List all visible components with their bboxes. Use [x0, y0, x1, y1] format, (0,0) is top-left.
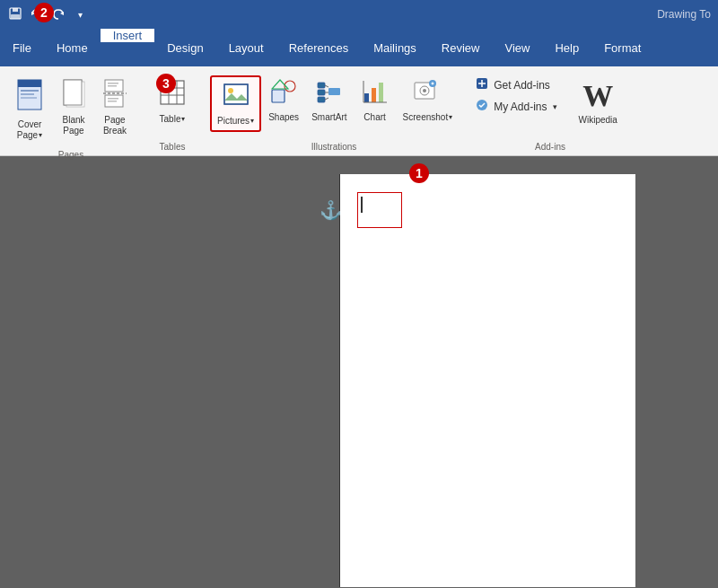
svg-rect-2: [11, 14, 20, 19]
menu-help[interactable]: Help: [542, 29, 591, 66]
screenshot-button[interactable]: Screenshot▾: [398, 75, 459, 127]
document-page: ⚓: [339, 174, 635, 587]
step1-badge: 1: [409, 163, 429, 183]
svg-rect-27: [224, 84, 248, 104]
pages-group-label: Pages: [0, 148, 142, 163]
page-break-label2: Break: [103, 126, 127, 136]
svg-rect-39: [364, 93, 369, 102]
menu-insert[interactable]: Insert: [101, 29, 155, 42]
tables-group: 3 Table▾ Tables: [142, 70, 203, 155]
vertical-line: [339, 174, 340, 587]
svg-rect-33: [318, 90, 325, 95]
text-cursor: [361, 197, 363, 213]
svg-rect-32: [318, 83, 325, 88]
anchor-icon: ⚓: [320, 199, 342, 221]
svg-line-35: [325, 85, 328, 87]
get-addins-icon: [476, 77, 488, 92]
cover-page-icon: [16, 79, 43, 116]
blank-page-icon: [62, 79, 85, 112]
my-addins-button[interactable]: My Add-ins ▾: [472, 97, 560, 116]
illustrations-group-label: Illustrations: [203, 140, 465, 155]
my-addins-icon: [476, 99, 488, 114]
smartart-icon: [317, 79, 342, 109]
text-box[interactable]: [357, 192, 402, 228]
pages-group-content: Cover Page▾ Blank Pag: [0, 70, 142, 148]
addins-group: Get Add-ins My Add-ins ▾ W Wikipedia: [465, 70, 635, 155]
menu-file[interactable]: File: [0, 29, 44, 66]
blank-page-label2: Page: [63, 126, 83, 136]
illustrations-group: Pictures▾ Shapes: [203, 70, 465, 155]
svg-rect-17: [108, 83, 118, 84]
title-bar: 2 ▾ Drawing To: [0, 0, 718, 29]
svg-line-37: [325, 98, 328, 100]
svg-rect-8: [21, 93, 34, 95]
page-break-label: Page: [104, 115, 125, 126]
menu-home[interactable]: Home: [44, 29, 101, 66]
addins-group-label: Add-ins: [465, 140, 635, 155]
cover-page-label2: Page▾: [17, 130, 42, 141]
menu-mailings[interactable]: Mailings: [361, 29, 429, 66]
chart-button[interactable]: Chart: [355, 75, 396, 127]
my-addins-label: My Add-ins: [494, 101, 547, 113]
chart-icon: [363, 79, 388, 109]
svg-rect-9: [21, 97, 37, 99]
get-addins-button[interactable]: Get Add-ins: [472, 75, 560, 94]
screenshot-label: Screenshot▾: [403, 112, 453, 123]
save-icon[interactable]: 2: [7, 6, 23, 22]
wikipedia-icon: W: [582, 79, 613, 113]
cover-page-button[interactable]: Cover Page▾: [7, 75, 52, 145]
blank-page-button[interactable]: Blank Page: [54, 75, 93, 140]
blank-page-label: Blank: [62, 115, 84, 126]
customize-qat-icon[interactable]: ▾: [72, 6, 88, 22]
table-button[interactable]: 3 Table▾: [149, 75, 196, 128]
svg-rect-20: [108, 101, 117, 102]
document-sidebar: [0, 156, 330, 588]
addins-left: Get Add-ins My Add-ins ▾: [472, 75, 560, 116]
title-bar-right: Drawing To: [657, 8, 711, 21]
insert-tab-wrapper: Insert: [101, 29, 155, 66]
shapes-icon: [271, 79, 296, 109]
svg-rect-34: [318, 97, 325, 102]
svg-rect-38: [328, 88, 340, 95]
menu-design[interactable]: Design: [154, 29, 215, 66]
wikipedia-button[interactable]: W Wikipedia: [568, 75, 628, 128]
svg-rect-40: [372, 88, 376, 102]
smartart-button[interactable]: SmartArt: [306, 75, 352, 127]
title-bar-left: 2 ▾: [7, 6, 88, 22]
document-area: 1 ⚓: [0, 156, 718, 588]
addins-group-content: Get Add-ins My Add-ins ▾ W Wikipedia: [465, 70, 635, 140]
screenshot-icon: [414, 79, 441, 109]
svg-point-28: [228, 88, 233, 93]
svg-rect-6: [18, 80, 41, 87]
svg-point-46: [423, 89, 426, 92]
menu-format[interactable]: Format: [591, 29, 653, 66]
page-break-icon: [103, 79, 127, 112]
svg-rect-30: [272, 90, 285, 102]
menu-view[interactable]: View: [492, 29, 542, 66]
menu-layout[interactable]: Layout: [216, 29, 276, 66]
wikipedia-label: Wikipedia: [579, 115, 617, 125]
pictures-icon: [223, 81, 250, 112]
svg-rect-13: [64, 80, 82, 105]
smartart-label: SmartArt: [311, 112, 346, 123]
menu-bar: File Home Insert Design Layout Reference…: [0, 29, 718, 66]
svg-rect-1: [13, 8, 18, 12]
svg-rect-18: [108, 85, 117, 87]
get-addins-label: Get Add-ins: [494, 79, 550, 92]
tables-group-label: Tables: [142, 140, 203, 155]
tables-group-content: 3 Table▾: [142, 70, 203, 140]
pictures-button[interactable]: Pictures▾: [210, 75, 261, 132]
my-addins-arrow: ▾: [553, 102, 557, 111]
shapes-label: Shapes: [268, 112, 299, 123]
pictures-label: Pictures▾: [217, 116, 254, 127]
step3-badge: 3: [156, 74, 176, 93]
menu-review[interactable]: Review: [429, 29, 493, 66]
shapes-button[interactable]: Shapes: [263, 75, 304, 127]
table-label: Table▾: [160, 114, 186, 125]
svg-rect-41: [379, 83, 383, 102]
menu-references[interactable]: References: [276, 29, 361, 66]
pages-group: Cover Page▾ Blank Pag: [0, 70, 142, 155]
svg-rect-19: [108, 98, 118, 100]
page-break-button[interactable]: Page Break: [95, 75, 135, 140]
document-content: 1 ⚓: [330, 156, 718, 588]
